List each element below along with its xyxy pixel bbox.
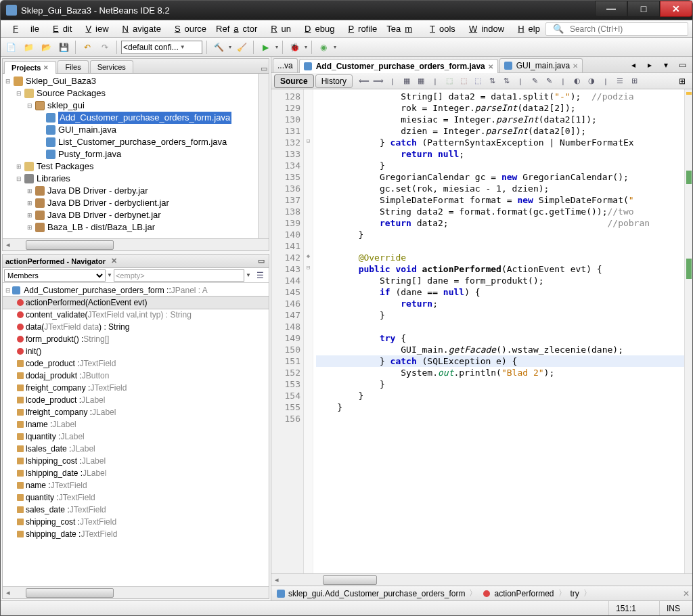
toolbar-icon[interactable]: ⬚ <box>457 75 470 87</box>
code-editor[interactable]: 1281291301311321331341351361371381391401… <box>271 89 692 573</box>
nav-field-lsales-date[interactable]: lsales_date : JLabel <box>3 443 269 455</box>
run-button[interactable]: ▶ <box>258 40 273 55</box>
toolbar-icon[interactable]: ◑ <box>585 75 598 87</box>
close-icon[interactable]: ✕ <box>683 589 690 598</box>
menu-team[interactable]: Team <box>382 22 420 35</box>
nav-field-shipping-cost[interactable]: shipping_cost : JTextField <box>3 516 269 528</box>
window-minimize-button[interactable]: — <box>595 1 627 17</box>
nav-field-shipping-date[interactable]: shipping_date : JTextField <box>3 528 269 540</box>
nav-field-lcode-product[interactable]: lcode_product : JLabel <box>3 394 269 406</box>
nav-field-lname[interactable]: lname : JLabel <box>3 418 269 431</box>
close-icon[interactable]: ✕ <box>488 63 493 70</box>
source-tab[interactable]: Source <box>274 74 314 88</box>
crumb-class[interactable]: sklep_gui.Add_Customer_purchase_orders_f… <box>274 589 468 598</box>
menu-help[interactable]: Help <box>510 22 544 35</box>
projects-hscroll[interactable]: ◂ <box>3 238 269 250</box>
nav-method-data[interactable]: data(JTextField data) : String <box>3 321 269 333</box>
editor-hscroll[interactable]: ◂ <box>271 573 692 586</box>
debug-button[interactable]: 🐞 <box>287 40 302 55</box>
lib-derby[interactable]: ⊞Java DB Driver - derby.jar <box>26 185 269 197</box>
nav-field-sales-date[interactable]: sales_date : JTextField <box>3 504 269 516</box>
menu-profile[interactable]: Profile <box>340 22 381 35</box>
menu-navigate[interactable]: Navigate <box>114 22 165 35</box>
nav-field-code-product[interactable]: code_product : JTextField <box>3 357 269 370</box>
toolbar-icon[interactable]: ⇅ <box>500 75 512 87</box>
quick-search[interactable]: 🔍 <box>545 22 688 36</box>
editor-tab-gui-main[interactable]: GUI_main.java✕ <box>499 58 583 72</box>
menu-edit[interactable]: Edit <box>45 22 76 35</box>
run-config-select[interactable]: <default confi...▼ <box>121 41 202 54</box>
crumb-block[interactable]: try <box>568 589 582 598</box>
tab-scroll-right-icon[interactable]: ▸ <box>642 58 657 72</box>
nav-field-lfreight-company[interactable]: lfreight_company : JLabel <box>3 406 269 418</box>
close-icon[interactable]: ✕ <box>573 62 578 70</box>
window-maximize-button[interactable]: □ <box>627 1 660 17</box>
projects-vscroll[interactable] <box>258 74 269 238</box>
toolbar-icon[interactable]: ⬚ <box>472 75 484 87</box>
toolbar-icon[interactable]: ⇅ <box>486 75 498 87</box>
menu-refactor[interactable]: Refactor <box>212 22 261 35</box>
editor-tab-add-customer-form[interactable]: Add_Customer_purchase_orders_form.java✕ <box>299 59 498 73</box>
navigator-filter-input[interactable] <box>114 269 244 282</box>
open-project-button[interactable]: 📂 <box>39 40 53 55</box>
lib-derbyclient[interactable]: ⊞Java DB Driver - derbyclient.jar <box>26 197 269 209</box>
menu-source[interactable]: Source <box>166 22 210 35</box>
navigator-class-node[interactable]: ⊟ Add_Customer_purchase_orders_form :: J… <box>3 284 269 296</box>
build-button[interactable]: 🔨 <box>211 40 226 55</box>
navigator-hscroll[interactable]: ◂ <box>3 586 269 598</box>
editor-tab-truncated[interactable]: ...va <box>273 58 298 72</box>
nav-field-lshipping-cost[interactable]: lshipping_cost : JLabel <box>3 455 269 467</box>
toolbar-icon[interactable]: ◐ <box>571 75 583 87</box>
fold-gutter[interactable]: ⊟ ◆⊟ <box>304 89 313 573</box>
clean-build-button[interactable]: 🧹 <box>234 40 249 55</box>
nav-field-quantity[interactable]: quantity : JTextField <box>3 491 269 504</box>
nav-field-freight-company[interactable]: freight_company : JTextField <box>3 382 269 394</box>
toolbar-icon[interactable]: ✎ <box>543 75 555 87</box>
code-area[interactable]: String[] data2 = data1.split("-"); //pod… <box>313 89 684 573</box>
history-tab[interactable]: History <box>315 74 353 88</box>
project-root[interactable]: ⊟Sklep_Gui_Baza3 <box>4 75 269 87</box>
toolbar-icon[interactable]: ✎ <box>529 75 541 87</box>
menu-view[interactable]: View <box>77 22 112 35</box>
profile-button[interactable]: ◉ <box>316 40 331 55</box>
navigator-view-select[interactable]: Members <box>4 269 106 282</box>
test-packages-node[interactable]: ⊞Test Packages <box>15 160 269 173</box>
toolbar-icon[interactable]: ▦ <box>401 75 413 87</box>
split-editor-icon[interactable]: ⊞ <box>675 74 690 89</box>
close-icon[interactable]: ✕ <box>43 64 49 71</box>
tab-list-icon[interactable]: ▾ <box>658 58 673 72</box>
window-close-button[interactable]: ✕ <box>660 1 692 17</box>
nav-field-name[interactable]: name : JTextField <box>3 479 269 491</box>
package-node[interactable]: ⊟sklep_gui <box>26 100 269 112</box>
file-list-customer-form[interactable]: List_Customer_purchase_orders_form.java <box>37 136 269 148</box>
redo-button[interactable]: ↷ <box>97 40 112 55</box>
file-gui-main[interactable]: GUI_main.java <box>37 124 269 136</box>
tab-services[interactable]: Services <box>90 60 133 73</box>
toolbar-icon[interactable]: ⊞ <box>628 75 640 87</box>
nav-method-actionperformed[interactable]: actionPerformed(ActionEvent evt) <box>3 296 269 309</box>
tab-projects[interactable]: Projects✕ <box>4 61 56 74</box>
file-add-customer-form[interactable]: Add_Customer_purchase_orders_form.java <box>37 112 269 124</box>
minimize-panel-icon[interactable]: ▭ <box>258 257 265 265</box>
tab-scroll-left-icon[interactable]: ◂ <box>626 58 641 72</box>
navigator-options-icon[interactable]: ☰ <box>252 268 267 283</box>
toolbar-icon[interactable]: ▦ <box>415 75 427 87</box>
file-pusty-form[interactable]: Pusty_form.java <box>37 148 269 160</box>
nav-method-init[interactable]: init() <box>3 345 269 357</box>
menu-tools[interactable]: Tools <box>422 22 460 35</box>
toolbar-icon[interactable]: ☰ <box>614 75 626 87</box>
nav-field-lquantity[interactable]: lquantity : JLabel <box>3 431 269 443</box>
menu-file[interactable]: File <box>5 22 43 35</box>
nav-field-lshipping-date[interactable]: lshipping_date : JLabel <box>3 467 269 479</box>
crumb-method[interactable]: actionPerformed <box>478 589 556 598</box>
quick-search-input[interactable] <box>570 24 685 34</box>
lib-baza-lb[interactable]: ⊞Baza_LB - dist/Baza_LB.jar <box>26 221 269 234</box>
minimize-panel-icon[interactable]: ▭ <box>261 64 267 73</box>
nav-method-form-produkt[interactable]: form_produkt() : String[] <box>3 333 269 345</box>
close-icon[interactable]: ✕ <box>111 257 117 265</box>
new-file-button[interactable]: 📄 <box>3 40 18 55</box>
lib-derbynet[interactable]: ⊞Java DB Driver - derbynet.jar <box>26 209 269 221</box>
tab-files[interactable]: Files <box>58 60 88 73</box>
nav-method-content-validate[interactable]: content_validate(JTextField val, int typ… <box>3 309 269 321</box>
nav-fwd-icon[interactable]: ⟹ <box>372 75 384 87</box>
